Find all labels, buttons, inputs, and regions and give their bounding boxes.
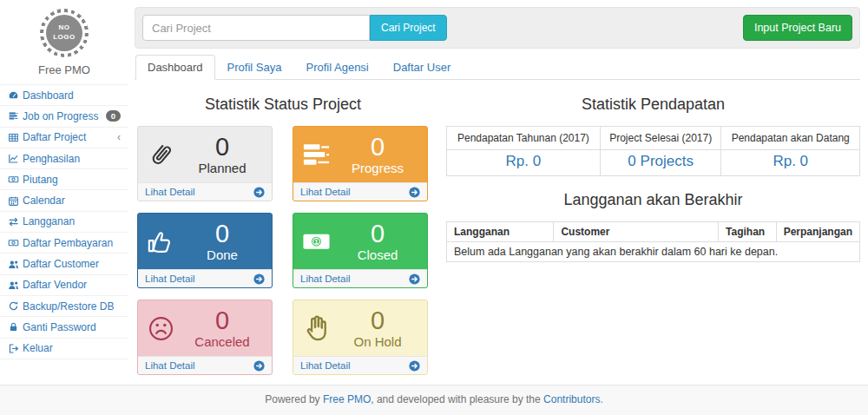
income-table: Pendapatan Tahunan (2017)Project Selesai… (446, 126, 860, 176)
income-header-pendapatan-tahunan-2017: Pendapatan Tahunan (2017) (447, 127, 601, 150)
subscription-header-tagihan: Tagihan (719, 222, 777, 242)
exchange-icon (8, 216, 23, 227)
frown-icon (146, 313, 181, 344)
brand-name: Free PMO (0, 63, 128, 76)
main-area: Cari Project Input Project Baru Dashboar… (128, 0, 868, 385)
status-card-planned: 0PlannedLihat Detail (137, 126, 273, 201)
footer-text-prefix: Powered by (265, 393, 323, 405)
lihat-detail-link-planned[interactable]: Lihat Detail (138, 182, 272, 201)
hand-icon (301, 313, 336, 344)
subscription-header-customer: Customer (554, 222, 719, 242)
sidebar-item-job-on-progress[interactable]: Job on Progress0 (0, 106, 128, 127)
status-card-on-hold: 0On HoldLihat Detail (293, 300, 428, 375)
arrow-circle-right-icon (409, 360, 420, 372)
tab-profil-agensi[interactable]: Profil Agensi (293, 55, 380, 80)
income-value-pendapatan-tahunan-2017[interactable]: Rp. 0 (447, 150, 601, 176)
status-count: 0 (336, 221, 419, 247)
income-header-project-selesai-2017: Project Selesai (2017) (600, 127, 721, 150)
subscription-table: LanggananCustomerTagihanPerpanjangan Bel… (446, 221, 860, 262)
status-count: 0 (336, 307, 419, 333)
refresh-icon (8, 300, 23, 312)
lihat-detail-link-done[interactable]: Lihat Detail (138, 269, 272, 287)
status-label: Canceled (181, 334, 264, 349)
status-cards-grid: 0PlannedLihat Detail0ProgressLihat Detai… (137, 126, 429, 375)
lock-icon (8, 321, 23, 333)
svg-text:1: 1 (314, 238, 319, 246)
free-pmo-dashboard-page: NO LOGO Free PMO DashboardJob on Progres… (0, 0, 868, 415)
count-badge: 0 (106, 110, 121, 122)
lihat-detail-link-closed[interactable]: Lihat Detail (293, 269, 427, 287)
no-logo-seal-icon: NO LOGO (40, 9, 89, 57)
money-bill-icon: 1 (301, 227, 336, 257)
arrow-circle-right-icon (253, 187, 265, 198)
sidebar-item-daftar-pembayaran[interactable]: Daftar Pembayaran (0, 233, 128, 254)
table-icon (8, 132, 23, 143)
subscription-header-perpanjangan: Perpanjangan (776, 222, 859, 242)
sidebar-nav: DashboardJob on Progress0Daftar Project‹… (0, 84, 128, 359)
line-chart-icon (8, 153, 23, 164)
sidebar-item-backup-restore-db[interactable]: Backup/Restore DB (0, 296, 128, 317)
arrow-circle-right-icon (409, 187, 420, 198)
page-footer: Powered by Free PMO, and developed with … (0, 385, 868, 415)
status-count: 0 (336, 134, 419, 160)
sidebar-item-daftar-project[interactable]: Daftar Project‹ (0, 128, 128, 148)
status-card-progress: 0ProgressLihat Detail (293, 126, 428, 201)
arrow-circle-right-icon (409, 273, 420, 285)
topbar: Cari Project Input Project Baru (135, 7, 860, 49)
income-header-pendapatan-akan-datang: Pendapatan akan Datang (721, 127, 860, 150)
footer-link-contributors[interactable]: Contributors (543, 393, 600, 405)
brand-box: NO LOGO Free PMO (0, 0, 128, 76)
dashboard-content: Statistik Status Project 0PlannedLihat D… (137, 93, 860, 375)
status-count: 0 (181, 221, 264, 247)
money-icon (8, 237, 23, 248)
sidebar-item-daftar-customer[interactable]: Daftar Customer (0, 254, 128, 274)
income-section-title: Statistik Pendapatan (446, 96, 860, 114)
tasks-lg-icon (301, 140, 336, 170)
subscription-empty-message: Belum ada Langganan yang akan berakhir d… (447, 242, 860, 262)
tab-bar: DashboardProfil SayaProfil AgensiDaftar … (135, 55, 860, 80)
sidebar-item-dashboard[interactable]: Dashboard (0, 85, 128, 106)
tab-daftar-user[interactable]: Daftar User (381, 55, 463, 80)
income-value-pendapatan-akan-datang[interactable]: Rp. 0 (721, 150, 860, 176)
sidebar-item-daftar-vendor[interactable]: Daftar Vendor (0, 275, 128, 296)
dashboard-icon (8, 89, 23, 101)
right-column: Statistik Pendapatan Pendapatan Tahunan … (446, 93, 860, 375)
new-project-button[interactable]: Input Project Baru (743, 15, 852, 41)
arrow-circle-right-icon (253, 360, 265, 372)
footer-text-middle: , and developed with pleasure by the (371, 393, 543, 405)
sidebar-item-ganti-password[interactable]: Ganti Password (0, 317, 128, 338)
search-button[interactable]: Cari Project (370, 15, 447, 41)
project-search-group: Cari Project (142, 15, 447, 41)
search-input[interactable] (142, 15, 370, 41)
no-logo-text: NO LOGO (46, 15, 82, 51)
status-card-canceled: 0CanceledLihat Detail (137, 300, 273, 375)
sidebar-item-penghasilan[interactable]: Penghasilan (0, 148, 128, 169)
lihat-detail-link-progress[interactable]: Lihat Detail (293, 182, 427, 201)
status-card-done: 0DoneLihat Detail (137, 213, 273, 288)
arrow-circle-right-icon (253, 273, 265, 285)
status-label: Done (181, 247, 264, 262)
tab-dashboard[interactable]: Dashboard (135, 55, 215, 80)
users-icon (8, 259, 23, 270)
money-icon (8, 174, 23, 185)
footer-link-free-pmo[interactable]: Free PMO (323, 393, 371, 405)
sign-out-icon (8, 343, 23, 354)
sidebar-item-keluar[interactable]: Keluar (0, 339, 128, 359)
status-section-title: Statistik Status Project (137, 96, 429, 114)
subscription-section-title: Langganan akan Berakhir (446, 191, 860, 209)
lihat-detail-link-on-hold[interactable]: Lihat Detail (293, 356, 427, 374)
status-label: Planned (181, 161, 264, 175)
lihat-detail-link-canceled[interactable]: Lihat Detail (138, 356, 272, 374)
income-value-project-selesai-2017[interactable]: 0 Projects (600, 150, 721, 176)
sidebar-item-calendar[interactable]: Calendar (0, 190, 128, 211)
status-label: Progress (336, 161, 419, 175)
paperclip-icon (146, 140, 181, 170)
tab-profil-saya[interactable]: Profil Saya (215, 55, 294, 80)
chevron-left-icon: ‹ (117, 131, 121, 143)
sidebar-item-langganan[interactable]: Langganan (0, 212, 128, 233)
subscription-header-langganan: Langganan (447, 222, 554, 242)
status-count: 0 (181, 307, 264, 333)
sidebar-item-piutang[interactable]: Piutang (0, 169, 128, 190)
status-card-closed: 10ClosedLihat Detail (293, 213, 428, 288)
status-section: Statistik Status Project 0PlannedLihat D… (137, 93, 429, 375)
